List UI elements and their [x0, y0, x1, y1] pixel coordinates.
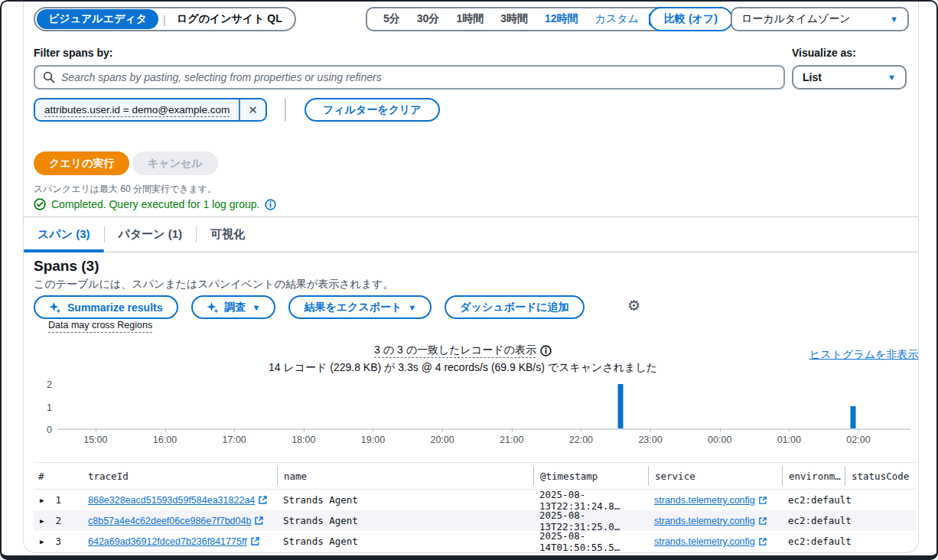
- spans-title: Spans (3): [34, 258, 99, 275]
- investigate-label: 調査: [225, 301, 246, 314]
- spans-table: # traceId name @timestamp service enviro…: [34, 462, 917, 552]
- y-axis-tick-label: 1: [34, 402, 52, 413]
- clear-filters-button[interactable]: フィルターをクリア: [305, 98, 440, 122]
- chevron-down-icon: ▼: [890, 15, 898, 24]
- axis-tick-mark: [96, 428, 96, 431]
- check-circle-icon: [34, 198, 46, 210]
- table-row[interactable]: ▶1 868e328eacd51593d59f584ea31822a4 Stra…: [34, 490, 917, 510]
- add-to-dashboard-button[interactable]: ダッシュボードに追加: [445, 295, 584, 319]
- sparkle-icon: [49, 301, 61, 314]
- range-5m-button[interactable]: 5分: [375, 12, 409, 26]
- x-axis-tick-label: 18:00: [291, 435, 315, 445]
- table-header: # traceId name @timestamp service enviro…: [34, 462, 917, 490]
- spans-description: このテーブルには、スパンまたはスパンイベントの結果が表示されます。: [34, 278, 394, 291]
- range-30m-button[interactable]: 30分: [409, 12, 448, 26]
- time-range-bar: 5分 30分 1時間 3時間 12時間 カスタム: [366, 7, 671, 31]
- span-name: Strands Agent: [277, 536, 533, 547]
- visualize-as-label: Visualize as:: [792, 47, 856, 59]
- range-custom-button[interactable]: カスタム: [587, 12, 647, 26]
- x-axis-tick-label: 22:00: [569, 435, 593, 445]
- axis-tick-mark: [165, 428, 166, 431]
- info-icon[interactable]: [265, 199, 276, 210]
- external-link-icon[interactable]: [758, 496, 767, 505]
- table-row[interactable]: ▶3 642a69ad36912fdced7b236f841775ff Stra…: [34, 531, 917, 552]
- span-environment: ec2:default: [782, 515, 845, 526]
- span-name: Strands Agent: [277, 515, 533, 526]
- x-axis-tick-label: 15:00: [83, 435, 107, 445]
- hide-histogram-link[interactable]: ヒストグラムを非表示: [809, 348, 918, 362]
- cancel-button: キャンセル: [132, 151, 218, 175]
- axis-tick-mark: [512, 428, 513, 431]
- investigate-button[interactable]: 調査 ▼: [191, 295, 276, 319]
- service-link[interactable]: strands.telemetry.config: [654, 495, 755, 506]
- summarize-results-button[interactable]: Summarize results: [34, 295, 178, 319]
- filter-chip[interactable]: attributes.user.id = demo@example.com ✕: [34, 98, 267, 122]
- x-axis-tick-label: 23:00: [638, 435, 662, 445]
- logs-insights-ql-tab[interactable]: ログのインサイト QL: [168, 12, 291, 26]
- visual-editor-tab[interactable]: ビジュアルエディタ: [37, 9, 158, 29]
- axis-tick-mark: [720, 428, 721, 431]
- chevron-down-icon: ▼: [252, 303, 261, 312]
- row-number: 2: [55, 515, 61, 526]
- span-timestamp: 2025-08-13T22:31:24.8…: [533, 489, 648, 512]
- tab-visualization[interactable]: 可視化: [197, 217, 259, 252]
- col-number[interactable]: #: [38, 470, 44, 482]
- trace-id-link[interactable]: c8b57a4e4c62deef06ce986e7f7bd04b: [88, 516, 251, 526]
- col-traceid[interactable]: traceId: [88, 470, 277, 482]
- x-axis-tick-label: 16:00: [153, 435, 177, 445]
- histogram-x-labels: 15:0016:0017:0018:0019:0020:0021:0022:00…: [57, 435, 910, 447]
- y-axis-tick-label: 2: [34, 379, 52, 390]
- axis-tick-mark: [304, 428, 305, 431]
- expand-row-icon[interactable]: ▶: [40, 538, 44, 545]
- trace-id-link[interactable]: 868e328eacd51593d59f584ea31822a4: [88, 495, 255, 506]
- spans-actions: Summarize results 調査 ▼ 結果をエクスポート ▼ ダッシュボ…: [34, 295, 585, 319]
- filter-chip-text: attributes.user.id = demo@example.com: [35, 104, 239, 116]
- external-link-icon[interactable]: [758, 537, 767, 546]
- axis-tick-mark: [650, 428, 651, 431]
- col-timestamp[interactable]: @timestamp: [533, 466, 648, 486]
- histogram-bar: [618, 384, 624, 428]
- service-link[interactable]: strands.telemetry.config: [654, 536, 755, 547]
- visualize-dropdown[interactable]: List ▼: [792, 65, 907, 90]
- x-axis-tick-label: 17:00: [223, 435, 246, 445]
- x-axis-tick-label: 01:00: [777, 435, 801, 445]
- add-to-dashboard-label: ダッシュボードに追加: [460, 301, 568, 314]
- tab-spans[interactable]: スパン (3): [24, 217, 104, 252]
- x-axis-tick-label: 19:00: [361, 435, 385, 445]
- expand-row-icon[interactable]: ▶: [40, 497, 44, 504]
- remove-filter-icon[interactable]: ✕: [240, 103, 265, 117]
- timezone-dropdown[interactable]: ローカルタイムゾーン ▼: [731, 7, 909, 31]
- chip-divider: [239, 99, 240, 120]
- gear-icon[interactable]: ⚙: [627, 297, 640, 314]
- histogram-plot: [57, 384, 910, 430]
- range-1h-button[interactable]: 1時間: [448, 12, 492, 26]
- range-12h-button[interactable]: 12時間: [536, 12, 587, 26]
- external-link-icon[interactable]: [758, 516, 767, 526]
- info-icon[interactable]: [540, 345, 552, 357]
- table-row[interactable]: ▶2 c8b57a4e4c62deef06ce986e7f7bd04b Stra…: [34, 510, 917, 531]
- spans-search-box[interactable]: [34, 65, 785, 90]
- compare-button[interactable]: 比較 (オフ): [649, 7, 733, 31]
- col-statuscode[interactable]: statusCode: [845, 466, 917, 486]
- run-query-button[interactable]: クエリの実行: [34, 151, 129, 175]
- col-service[interactable]: service: [648, 466, 782, 486]
- tab-patterns[interactable]: パターン (1): [105, 217, 197, 252]
- external-link-icon[interactable]: [258, 495, 268, 505]
- col-name[interactable]: name: [277, 466, 533, 486]
- spans-search-input[interactable]: [61, 71, 776, 83]
- range-3h-button[interactable]: 3時間: [492, 12, 536, 26]
- x-axis-tick-label: 21:00: [500, 435, 523, 445]
- external-link-icon[interactable]: [254, 516, 264, 526]
- y-axis-tick-label: 0: [34, 425, 52, 435]
- expand-row-icon[interactable]: ▶: [40, 517, 44, 525]
- run-query-label: クエリの実行: [49, 157, 114, 171]
- axis-tick-mark: [442, 428, 443, 431]
- col-environment[interactable]: environm…: [782, 466, 845, 486]
- service-link[interactable]: strands.telemetry.config: [654, 516, 755, 526]
- axis-tick-mark: [858, 428, 859, 431]
- trace-id-link[interactable]: 642a69ad36912fdced7b236f841775ff: [88, 536, 247, 547]
- cancel-label: キャンセル: [148, 157, 203, 171]
- sparkle-icon: [207, 301, 219, 314]
- export-results-button[interactable]: 結果をエクスポート ▼: [288, 295, 432, 319]
- external-link-icon[interactable]: [250, 536, 260, 546]
